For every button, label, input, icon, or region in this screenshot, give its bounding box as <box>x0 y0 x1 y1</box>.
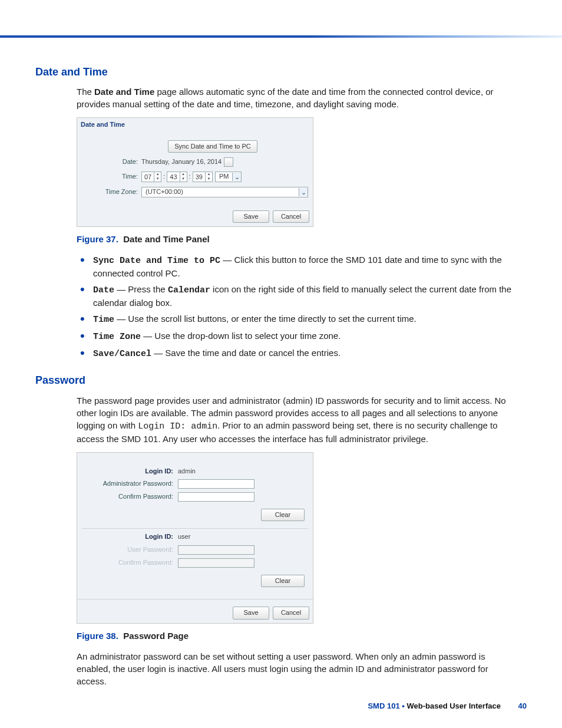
login-id-user: user <box>178 532 190 541</box>
colon: : <box>187 172 193 181</box>
list-item: Save/Cancel — Save the time and date or … <box>77 347 515 360</box>
cancel-button[interactable]: Cancel <box>273 607 309 619</box>
colon: : <box>161 172 167 181</box>
confirm-password-label: Confirm Password: <box>82 492 178 501</box>
term: Sync Date and Time to PC <box>93 256 220 266</box>
login-id-label: Login ID: <box>82 532 178 541</box>
user-password-label: User Password: <box>82 545 178 554</box>
hour-stepper[interactable]: 07 ▲▼ <box>141 172 161 182</box>
divider <box>82 528 308 529</box>
term: Time Zone <box>93 332 141 342</box>
text: The <box>77 87 94 97</box>
text: — Save the time and date or cancel the e… <box>151 348 340 358</box>
timezone-label: Time Zone: <box>82 187 141 196</box>
divider <box>77 599 313 599</box>
login-id-admin: admin <box>178 467 196 476</box>
text: — Press the <box>114 284 168 294</box>
clear-admin-button[interactable]: Clear <box>261 509 305 521</box>
list-item: Sync Date and Time to PC — Click this bu… <box>77 253 515 279</box>
footer-chapter: Web-based User Interface <box>406 701 500 710</box>
save-button[interactable]: Save <box>233 210 269 223</box>
figure-37-caption: Figure 37. Date and Time Panel <box>77 233 515 245</box>
panel-date-time: Date and Time Sync Date and Time to PC D… <box>77 117 313 227</box>
stepper-arrows[interactable]: ▲▼ <box>205 172 212 182</box>
text: — Use the scroll list buttons, or enter … <box>114 314 416 324</box>
list-item: Date — Press the Calendar icon on the ri… <box>77 283 515 309</box>
cancel-button[interactable]: Cancel <box>273 210 309 223</box>
user-confirm-input[interactable] <box>178 558 254 568</box>
figure-title: Date and Time Panel <box>123 234 209 244</box>
chevron-down-icon: ⌄ <box>299 188 308 196</box>
term: Save/Cancel <box>93 349 151 359</box>
heading-date-and-time: Date and Time <box>35 65 515 80</box>
chevron-down-icon: ⌄ <box>232 173 241 181</box>
heading-password: Password <box>35 373 515 388</box>
stepper-arrows[interactable]: ▲▼ <box>154 172 161 182</box>
figure-38-caption: Figure 38. Password Page <box>77 630 515 642</box>
hour-value: 07 <box>142 172 154 182</box>
panel-legend: Date and Time <box>81 120 309 129</box>
second-stepper[interactable]: 39 ▲▼ <box>193 172 213 182</box>
minute-value: 43 <box>167 172 179 182</box>
figure-label: Figure 37. <box>77 234 118 244</box>
term: Time <box>93 315 114 325</box>
page-footer: SMD 101 • Web-based User Interface 40 <box>368 701 527 711</box>
figure-title: Password Page <box>123 631 189 641</box>
timezone-value: (UTC+00:00) <box>142 187 299 196</box>
time-label: Time: <box>82 172 141 181</box>
ampm-value: PM <box>216 172 233 181</box>
term: Calendar <box>168 285 210 295</box>
footer-product: SMD 101 <box>368 701 399 710</box>
mono-text: Login ID: admin <box>138 421 217 431</box>
login-id-label: Login ID: <box>82 467 178 476</box>
ampm-select[interactable]: PM ⌄ <box>215 172 242 182</box>
figure-label: Figure 38. <box>77 631 118 641</box>
clear-user-button[interactable]: Clear <box>261 575 305 587</box>
user-confirm-label: Confirm Password: <box>82 558 178 567</box>
term: Date <box>93 285 114 295</box>
stepper-arrows[interactable]: ▲▼ <box>180 172 187 182</box>
datetime-intro: The Date and Time page allows automatic … <box>77 85 515 110</box>
top-gradient-rule <box>0 35 562 38</box>
panel-password: Login ID: admin Administrator Password: … <box>77 452 313 624</box>
admin-password-label: Administrator Password: <box>82 479 178 488</box>
password-intro: The password page provides user and admi… <box>77 394 515 445</box>
list-item: Time Zone — Use the drop-down list to se… <box>77 330 515 343</box>
date-label: Date: <box>82 157 141 166</box>
footer-bullet: • <box>402 701 405 710</box>
second-value: 39 <box>193 172 205 182</box>
user-password-input[interactable] <box>178 545 254 555</box>
calendar-icon[interactable] <box>224 157 233 167</box>
list-item: Time — Use the scroll list buttons, or e… <box>77 312 515 326</box>
sync-date-time-button[interactable]: Sync Date and Time to PC <box>168 140 257 153</box>
admin-password-input[interactable] <box>178 479 254 489</box>
page-number: 40 <box>518 701 527 710</box>
timezone-select[interactable]: (UTC+00:00) ⌄ <box>141 187 308 197</box>
password-after-text: An administrator password can be set wit… <box>77 650 515 687</box>
minute-stepper[interactable]: 43 ▲▼ <box>167 172 187 182</box>
datetime-bullet-list: Sync Date and Time to PC — Click this bu… <box>77 253 515 360</box>
save-button[interactable]: Save <box>233 607 269 619</box>
admin-confirm-input[interactable] <box>178 492 254 502</box>
text: — Use the drop-down list to select your … <box>141 331 340 341</box>
date-value: Thursday, January 16, 2014 <box>141 157 222 166</box>
text-bold: Date and Time <box>94 87 154 97</box>
